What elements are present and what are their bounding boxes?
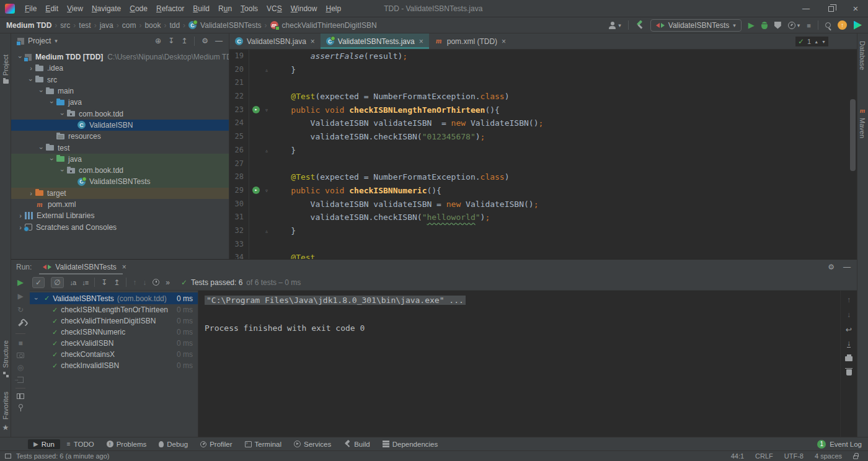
debug-bug-icon[interactable] — [761, 22, 768, 29]
line-separator[interactable]: CRLF — [755, 452, 773, 460]
code-line[interactable]: 25 validateISBN.checkISBN("012345678"); — [229, 130, 857, 144]
profiler-dropdown[interactable]: ▾ — [788, 22, 800, 29]
tree-chevron-icon[interactable]: › — [59, 110, 66, 118]
tool-window-button-run[interactable]: ▶Run — [28, 439, 60, 449]
menu-item-vcs[interactable]: VCS — [262, 2, 286, 15]
rerun-failed-tests-icon[interactable]: ▶ — [17, 292, 23, 301]
tool-window-button-build[interactable]: Build — [338, 439, 376, 449]
tool-window-button-terminal[interactable]: Terminal — [239, 439, 287, 449]
run-tab[interactable]: ValidateISBNTests × — [39, 260, 130, 274]
print-icon[interactable] — [845, 356, 852, 361]
breadcrumb-item[interactable]: CValidateISBNTests — [188, 21, 262, 30]
coverage-icon[interactable] — [774, 22, 781, 29]
layout-settings-icon[interactable] — [17, 393, 24, 399]
project-tree-row[interactable]: CValidateISBN — [11, 120, 229, 131]
project-tree-row[interactable]: ›test — [11, 142, 229, 153]
fold-marker-icon[interactable]: ▵ — [265, 144, 268, 157]
code-line[interactable]: 24 ValidateISBN validateISBN = new Valid… — [229, 116, 857, 130]
file-encoding[interactable]: UTF-8 — [784, 452, 804, 460]
menu-item-run[interactable]: Run — [214, 2, 236, 15]
stop-process-icon[interactable]: ■ — [18, 339, 22, 348]
run-button[interactable]: ▶ — [748, 20, 755, 30]
soft-wrap-icon[interactable]: ↩ — [846, 325, 852, 334]
code-line[interactable]: 20▵ } — [229, 63, 857, 77]
close-icon[interactable]: × — [122, 263, 126, 271]
event-log-button[interactable]: 1 Event Log — [817, 440, 862, 449]
sort-alphabetically-icon[interactable]: ↓a — [70, 279, 76, 286]
run-configuration-select[interactable]: ValidateISBNTests ▾ — [650, 19, 742, 32]
lock-icon[interactable] — [853, 455, 858, 459]
caret-position[interactable]: 44:1 — [731, 452, 744, 460]
tree-chevron-icon[interactable]: › — [38, 144, 45, 152]
tree-chevron-icon[interactable]: › — [59, 166, 66, 175]
chevron-down-icon[interactable]: ▾ — [55, 38, 58, 44]
project-tree-row[interactable]: ›main — [11, 86, 229, 97]
code-line[interactable]: 23▸▿ public void checkISBNLengthTenOrThi… — [229, 103, 857, 117]
editor-scrollbar[interactable] — [850, 99, 856, 171]
tool-stripe-structure[interactable]: Structure — [0, 340, 11, 377]
tree-chevron-icon[interactable]: › — [48, 98, 56, 107]
tree-chevron-icon[interactable]: › — [33, 294, 40, 303]
restore-icon[interactable] — [818, 0, 843, 17]
test-row[interactable]: ✓checkISBNNumeric0 ms — [30, 327, 198, 338]
expand-all-icon[interactable]: ↧ — [101, 278, 107, 287]
thread-dump-icon[interactable] — [17, 353, 24, 358]
tree-chevron-icon[interactable]: › — [27, 76, 35, 84]
show-passed-toggle[interactable]: ✓ — [32, 277, 45, 288]
show-ignored-toggle[interactable]: ∅ — [51, 277, 63, 288]
fold-marker-icon[interactable]: ▵ — [265, 224, 268, 238]
breadcrumb-item[interactable]: tdd — [169, 21, 180, 30]
project-tree-row[interactable]: ›java — [11, 154, 229, 165]
fold-marker-icon[interactable]: ▿ — [265, 103, 268, 117]
test-history-icon[interactable] — [153, 279, 159, 286]
fold-marker-icon[interactable]: ▵ — [265, 63, 268, 77]
tool-window-button-services[interactable]: Services — [288, 439, 337, 449]
scroll-down-icon[interactable]: ↓ — [847, 310, 851, 319]
gear-icon[interactable]: ⚙ — [828, 263, 835, 271]
tool-window-button-dependencies[interactable]: Dependencies — [377, 439, 444, 449]
suspend-icon[interactable]: ◎ — [17, 363, 24, 372]
menu-item-code[interactable]: Code — [125, 2, 152, 15]
scroll-up-icon[interactable]: ↑ — [847, 296, 851, 304]
collapse-all-icon[interactable]: ↥ — [113, 278, 120, 287]
build-hammer-icon[interactable] — [636, 21, 644, 29]
test-row[interactable]: ✓checkISBNLengthTenOrThirteen0 ms — [30, 304, 198, 315]
code-line[interactable]: 27 — [229, 157, 857, 171]
close-icon[interactable]: × — [311, 37, 315, 46]
scroll-to-end-icon[interactable]: ↓ — [847, 340, 851, 348]
code-line[interactable]: 33 — [229, 238, 857, 252]
pin-tab-icon[interactable] — [19, 404, 23, 408]
code-line[interactable]: 28 @Test(expected = NumberFormatExceptio… — [229, 170, 857, 184]
project-tree-row[interactable]: ›java — [11, 97, 229, 108]
test-row[interactable]: ✓checkValidThirteenDigitISBN0 ms — [30, 315, 198, 327]
project-tree-row[interactable]: ›com.book.tdd — [11, 108, 229, 119]
indent-setting[interactable]: 4 spaces — [815, 452, 842, 460]
breadcrumb-item[interactable]: com — [122, 21, 136, 30]
project-tree-row[interactable]: ›.idea — [11, 63, 229, 74]
project-panel-title[interactable]: Project — [28, 37, 51, 45]
inspections-widget[interactable]: ✓ 1 ▲ ▼ — [795, 37, 828, 46]
fold-marker-icon[interactable]: ▿ — [265, 184, 268, 198]
close-icon[interactable]: × — [419, 37, 423, 46]
breadcrumb-item[interactable]: book — [144, 21, 161, 30]
tool-window-button-debug[interactable]: Debug — [153, 439, 193, 449]
test-settings-wrench-icon[interactable] — [18, 321, 23, 326]
tree-chevron-icon[interactable]: › — [48, 155, 56, 164]
project-tree-row[interactable]: ›target — [11, 188, 229, 199]
colorful-play-icon[interactable] — [854, 21, 862, 30]
toggle-auto-test-icon[interactable]: ↻ — [17, 305, 24, 314]
project-tree-row[interactable]: ›Scratches and Consoles — [11, 221, 229, 232]
breadcrumb-item[interactable]: src — [60, 21, 70, 30]
clear-console-icon[interactable] — [846, 369, 852, 375]
test-row[interactable]: ✓checkValidISBN0 ms — [30, 338, 198, 349]
breadcrumb-item[interactable]: java — [100, 21, 113, 30]
menu-item-tools[interactable]: Tools — [236, 2, 262, 15]
console[interactable]: "C:\Program Files\Java\jdk1.8.0_301\bin\… — [198, 291, 840, 437]
breadcrumb-item[interactable]: mcheckValidThirteenDigitISBN — [270, 21, 377, 30]
code-line[interactable]: 31 validateISBN.checkISBN("helloworld"); — [229, 211, 857, 224]
menu-item-refactor[interactable]: Refactor — [152, 2, 188, 15]
locate-file-icon[interactable]: ⊕ — [155, 37, 161, 45]
project-tree-row[interactable]: ›src — [11, 74, 229, 86]
tool-stripe-project[interactable]: Project — [0, 55, 11, 84]
code-line[interactable]: 26▵ } — [229, 144, 857, 157]
